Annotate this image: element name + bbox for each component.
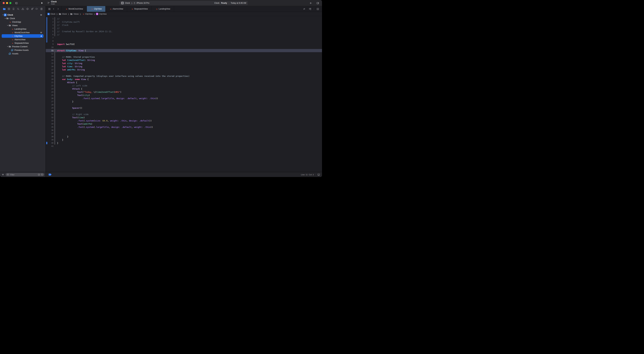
run-destination[interactable]: iPhone 16 Pro [136,2,149,4]
code-line-41[interactable]: 41 [46,145,322,148]
project-navigator-icon[interactable] [2,7,6,11]
breakpoints-toggle[interactable] [48,173,52,176]
file-tree-item-cityview[interactable]: CityViewA [2,34,44,38]
recent-files-icon[interactable] [38,173,40,176]
code-line-9[interactable]: 9import SwiftUI [46,43,322,46]
code-line-31[interactable]: 31 // Right side [46,113,322,116]
reports-navigator-icon[interactable] [40,7,43,11]
code-line-19[interactable]: 19 // MARK: Computed property (displays … [46,75,322,78]
code-line-36[interactable]: 36 [46,129,322,132]
breadcrumb-item-clock[interactable]: AClock [48,13,55,15]
close-button[interactable] [3,2,5,4]
code-line-18[interactable]: 18 [46,71,322,75]
bookmarks-navigator-icon[interactable] [12,7,16,11]
line-number[interactable]: 30 [46,110,54,113]
code-line-4[interactable]: 4// [46,27,322,30]
disclosure-chevron-icon[interactable] [2,14,4,16]
file-tree-item-worldclockview[interactable]: WorldClockViewM [2,31,44,34]
filter-field[interactable] [6,173,44,176]
code-line-12[interactable]: 12 [46,52,322,55]
tab-stopwatchview[interactable]: StopwatchView [127,6,152,12]
toggle-left-sidebar-icon[interactable] [14,1,18,5]
tests-navigator-icon[interactable] [26,7,29,11]
line-number[interactable]: 35 [46,126,54,129]
code-line-27[interactable]: 27 } [46,100,322,103]
code-line-30[interactable]: 30 [46,110,322,113]
line-number[interactable]: 9 [46,43,54,46]
code-line-3[interactable]: 3// Clock [46,24,322,27]
disclosure-chevron-icon[interactable] [4,18,6,19]
code-line-33[interactable]: 33 .font(.system(size: 64.0, weight: .th… [46,119,322,122]
sourcecontrol-filter-icon[interactable] [41,173,43,176]
line-number[interactable]: 10 [46,46,54,49]
code-line-34[interactable]: 34 Text(amOrPm) [46,122,322,126]
back-icon[interactable] [52,7,56,11]
code-line-15[interactable]: 15 let city: String [46,62,322,65]
file-tree-item-preview-content[interactable]: Preview Content [2,45,44,48]
toggle-right-sidebar-icon[interactable] [316,1,320,5]
code-line-21[interactable]: 21 HStack { [46,81,322,84]
code-line-20[interactable]: 20 var body: some View { [46,78,322,81]
find-navigator-icon[interactable] [16,7,20,11]
line-number[interactable]: 16 [46,65,54,68]
breadcrumb-item-clock[interactable]: Clock [59,13,67,15]
line-number[interactable]: 38 [46,135,54,138]
code-line-22[interactable]: 22 // Left side [46,84,322,87]
line-number[interactable]: 26 [46,97,54,100]
tab-landingview[interactable]: LandingView [152,6,174,12]
line-number[interactable]: 15 [46,62,54,65]
code-line-11[interactable]: 11struct CityView: View { [46,49,322,52]
line-number[interactable]: 33 [46,119,54,122]
line-number[interactable]: 12 [46,52,54,55]
related-items-icon[interactable] [48,7,51,11]
line-number[interactable]: 13 [46,55,54,59]
line-number[interactable]: 21 [46,81,54,84]
code-line-1[interactable]: 1// [46,17,322,20]
code-line-26[interactable]: 26 .font(.system(.largeTitle, design: .d… [46,97,322,100]
file-tree-item-stopwatchview[interactable]: StopwatchView [2,41,44,45]
code-line-2[interactable]: 2// CityView.swift [46,20,322,24]
zoom-button[interactable] [10,2,12,4]
disclosure-chevron-icon[interactable] [7,25,8,26]
code-line-35[interactable]: 35 .font(.system(.largeTitle, design: .d… [46,126,322,129]
toggle-debug-area-icon[interactable] [317,173,320,176]
code-line-39[interactable]: 39 } [46,138,322,141]
activity-view[interactable]: A Clock ❯ iPhone 16 Pro Clock: Ready | T… [120,1,248,5]
add-button[interactable] [308,1,312,5]
code-line-23[interactable]: 23 VStack { [46,87,322,90]
breakpoints-navigator-icon[interactable] [35,7,38,11]
code-line-24[interactable]: 24 Text("Today, \(timeZoneOffset)HRS") [46,90,322,94]
breadcrumb-item-cityview[interactable]: SCityView [96,13,107,15]
line-number[interactable]: 11 [46,49,54,52]
line-number[interactable]: 23 [46,87,54,90]
code-line-6[interactable]: 6// [46,33,322,36]
disclosure-chevron-icon[interactable] [7,46,8,47]
code-line-13[interactable]: 13 // MARK: Stored properties [46,55,322,59]
code-line-40[interactable]: 40} [46,141,322,145]
run-button[interactable] [40,1,44,5]
line-number[interactable]: 28 [46,103,54,106]
line-number[interactable]: 31 [46,113,54,116]
file-tree-item-preview-assets[interactable]: Preview Assets [2,48,44,52]
line-number[interactable]: 19 [46,75,54,78]
code-line-29[interactable]: 29 Spacer() [46,106,322,110]
line-number[interactable]: 29 [46,106,54,110]
filter-menu-icon[interactable] [6,173,10,176]
file-tree-item-clockapp[interactable]: ClockApp [2,20,44,24]
add-file-button[interactable] [2,173,4,176]
source-control-navigator-icon[interactable] [7,7,11,11]
line-number[interactable]: 39 [46,138,54,141]
line-number[interactable]: 17 [46,68,54,71]
line-number[interactable]: 24 [46,90,54,94]
file-tree-item-clock[interactable]: Clock [2,17,44,20]
breadcrumb-item-views[interactable]: Views [70,13,78,15]
code-line-37[interactable]: 37 [46,132,322,135]
code-line-28[interactable]: 28 [46,103,322,106]
debug-navigator-icon[interactable] [30,7,34,11]
code-line-17[interactable]: 17 let amOrPm: String [46,68,322,71]
minimize-button[interactable] [6,2,8,4]
code-line-38[interactable]: 38 } [46,135,322,138]
issues-navigator-icon[interactable] [21,7,25,11]
code-line-14[interactable]: 14 let timeZoneOffset: String [46,59,322,62]
line-number[interactable]: 14 [46,59,54,62]
